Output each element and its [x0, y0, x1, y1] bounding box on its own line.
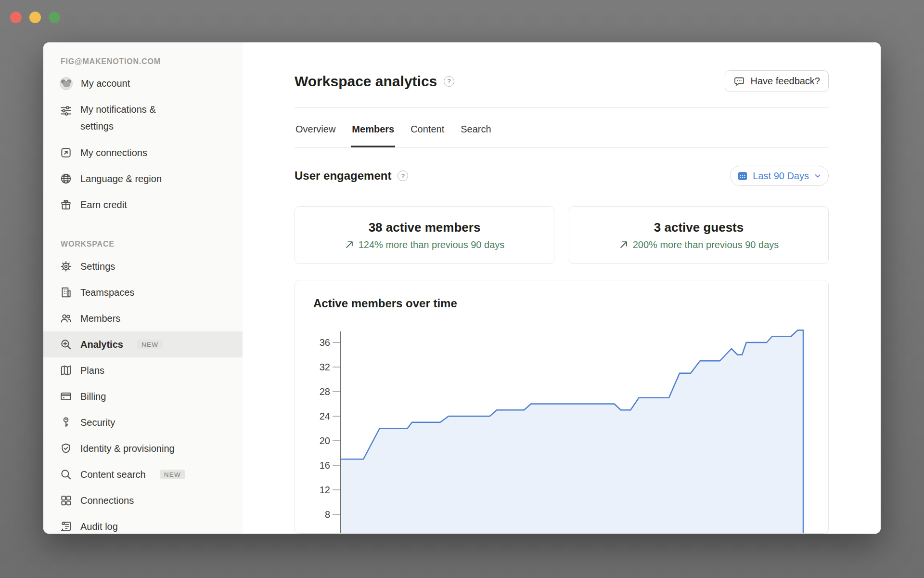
sidebar-item-label: Content search [80, 469, 146, 480]
chevron-down-icon [813, 171, 822, 180]
svg-text:32: 32 [320, 362, 330, 372]
svg-text:24: 24 [320, 411, 330, 421]
speech-bubble-icon [733, 76, 745, 87]
sidebar-item-connections[interactable]: Connections [43, 487, 243, 513]
sidebar-item-teamspaces[interactable]: Teamspaces [43, 279, 243, 305]
help-icon[interactable]: ? [444, 76, 454, 87]
active-members-stat-card: 38 active members 124% more than previou… [295, 206, 554, 264]
sidebar-item-my-account[interactable]: My account [43, 70, 243, 96]
settings-dialog: FIG@MAKENOTION.COM My account My notific… [43, 42, 881, 534]
magnifier-plus-icon [60, 338, 72, 351]
gift-icon [60, 198, 72, 211]
sidebar-item-my-connections[interactable]: My connections [43, 140, 243, 166]
sidebar-item-label: Security [80, 417, 115, 428]
sidebar-item-label: My notifications & settings [80, 101, 177, 135]
gear-icon [60, 260, 72, 273]
active-guests-stat-card: 3 active guests 200% more than previous … [569, 206, 829, 264]
minimize-window-button[interactable] [29, 12, 41, 23]
sidebar-item-analytics[interactable]: Analytics NEW [43, 331, 243, 357]
feedback-button-label: Have feedback? [750, 76, 820, 87]
sidebar-item-label: Earn credit [80, 199, 127, 210]
svg-text:36: 36 [320, 337, 330, 348]
analytics-content: Workspace analytics ? Have feedback? Ove… [243, 42, 881, 534]
sidebar-item-billing[interactable]: Billing [43, 383, 243, 409]
sidebar-item-my-notifications-settings[interactable]: My notifications & settings [43, 96, 243, 140]
svg-text:16: 16 [320, 460, 330, 471]
globe-icon [60, 172, 72, 185]
sidebar-item-plans[interactable]: Plans [43, 357, 243, 383]
key-icon [60, 416, 72, 429]
building-icon [60, 286, 72, 299]
sidebar-item-label: Audit log [80, 521, 118, 532]
scroll-icon [60, 520, 72, 533]
active-members-area-chart[interactable]: 363228242016128 [295, 280, 829, 534]
sidebar-item-label: Analytics [80, 339, 123, 350]
sidebar-item-label: Connections [80, 495, 134, 506]
new-badge: NEW [137, 340, 163, 350]
sidebar-item-label: Identity & provisioning [80, 443, 175, 454]
stat-delta-text: 200% more than previous 90 days [633, 239, 779, 250]
sidebar-item-language-region[interactable]: Language & region [43, 166, 243, 192]
stat-value: 38 active members [369, 220, 481, 235]
help-icon[interactable]: ? [398, 171, 408, 181]
sidebar-item-label: Billing [80, 391, 106, 402]
sidebar-item-label: Plans [80, 365, 104, 376]
tab-content[interactable]: Content [410, 120, 445, 147]
arrow-up-right-box-icon [60, 146, 72, 159]
date-range-label: Last 90 Days [753, 171, 809, 182]
trend-up-icon [345, 240, 354, 250]
svg-text:28: 28 [320, 386, 330, 397]
sidebar-item-earn-credit[interactable]: Earn credit [43, 192, 243, 218]
zoom-window-button[interactable] [49, 12, 60, 23]
calendar-icon [737, 170, 748, 182]
sidebar-item-label: Teamspaces [80, 287, 134, 298]
user-avatar [60, 77, 73, 90]
user-engagement-heading: User engagement [295, 169, 391, 183]
date-range-dropdown[interactable]: Last 90 Days [730, 166, 829, 186]
shield-check-icon [60, 442, 72, 455]
new-badge: NEW [160, 470, 185, 480]
svg-text:12: 12 [320, 485, 330, 495]
trend-up-icon [619, 240, 629, 250]
analytics-tabs: Overview Members Content Search [295, 108, 829, 148]
sliders-icon [60, 104, 72, 117]
have-feedback-button[interactable]: Have feedback? [725, 70, 829, 92]
people-icon [60, 312, 72, 325]
close-window-button[interactable] [10, 12, 22, 23]
sidebar-item-label: My account [81, 78, 130, 89]
sidebar-item-audit-log[interactable]: Audit log [43, 513, 243, 534]
sidebar-item-settings[interactable]: Settings [43, 253, 243, 279]
desktop: { "window": { "traffic_lights": { "close… [0, 0, 924, 578]
active-members-chart-card: Active members over time 363228242016128 [295, 280, 829, 534]
tab-search[interactable]: Search [460, 120, 492, 147]
sidebar-item-label: Members [80, 313, 120, 324]
sidebar-item-identity-provisioning[interactable]: Identity & provisioning [43, 435, 243, 461]
sidebar-item-content-search[interactable]: Content search NEW [43, 461, 243, 487]
sidebar-item-label: Language & region [80, 173, 162, 184]
tab-members[interactable]: Members [351, 120, 395, 147]
svg-text:20: 20 [320, 435, 330, 446]
map-icon [60, 364, 72, 377]
magnifier-icon [60, 468, 72, 481]
window-controls [10, 12, 60, 23]
page-title: Workspace analytics [295, 73, 437, 90]
grid-icon [60, 494, 72, 507]
workspace-section-label: WORKSPACE [43, 237, 243, 251]
stat-delta-text: 124% more than previous 90 days [359, 239, 505, 250]
tab-overview[interactable]: Overview [295, 120, 336, 147]
settings-sidebar: FIG@MAKENOTION.COM My account My notific… [43, 42, 243, 534]
sidebar-item-label: My connections [80, 147, 147, 158]
credit-card-icon [60, 390, 72, 403]
stat-value: 3 active guests [654, 220, 744, 235]
account-email-label: FIG@MAKENOTION.COM [43, 55, 243, 68]
sidebar-item-members[interactable]: Members [43, 305, 243, 331]
svg-text:8: 8 [325, 509, 330, 520]
sidebar-item-security[interactable]: Security [43, 409, 243, 435]
sidebar-item-label: Settings [80, 261, 115, 272]
